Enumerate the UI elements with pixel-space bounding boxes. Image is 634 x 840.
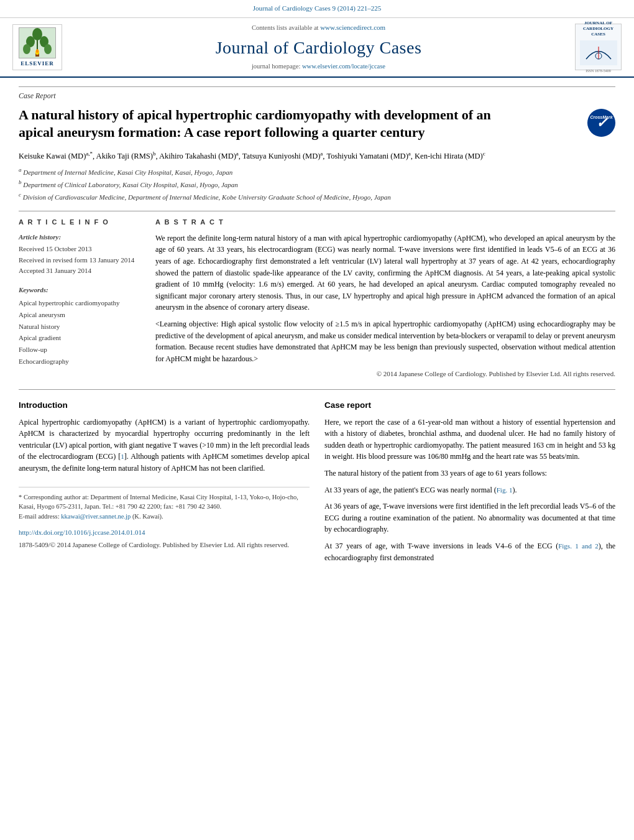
- footnote-star: * Corresponding author at: Department of…: [19, 492, 310, 512]
- authors-line: Keisuke Kawai (MD)a,*, Akiko Taji (RMS)b…: [19, 149, 615, 162]
- affiliations: a Department of Internal Medicine, Kasai…: [19, 166, 615, 202]
- case-report-para2: The natural history of the patient from …: [324, 468, 615, 479]
- case-report-column: Case report Here, we report the case of …: [324, 400, 615, 568]
- keyword-1: Apical hypertrophic cardiomyopathy: [19, 297, 143, 309]
- section-divider: [19, 389, 615, 390]
- elsevier-logo: ELSEVIER: [12, 24, 62, 71]
- page-header: ELSEVIER Contents lists available at www…: [0, 18, 634, 78]
- case-report-heading: Case report: [324, 400, 615, 412]
- learning-objective-text: <Learning objective: High apical systoli…: [155, 318, 615, 364]
- journal-title: Journal of Cardiology Cases: [62, 35, 575, 60]
- bottom-links: http://dx.doi.org/10.1016/j.jccase.2014.…: [19, 528, 310, 551]
- sciencedirect-line: Contents lists available at www.scienced…: [62, 23, 575, 33]
- elsevier-text: ELSEVIER: [21, 60, 54, 67]
- svg-point-5: [23, 44, 30, 54]
- received-date: Received 15 October 2013: [19, 244, 143, 255]
- article-info-heading: A R T I C L E I N F O: [19, 218, 143, 227]
- doi-link[interactable]: http://dx.doi.org/10.1016/j.jccase.2014.…: [19, 528, 310, 537]
- jcc-label-line1: JOURNAL OF: [583, 21, 613, 26]
- introduction-text: Apical hypertrophic cardiomyopathy (ApHC…: [19, 417, 310, 474]
- keyword-2: Apical aneurysm: [19, 309, 143, 321]
- article-history-label: Article history:: [19, 233, 143, 242]
- svg-point-6: [44, 44, 52, 54]
- footnote-email-link[interactable]: kkawai@river.sannet.ne.jp: [61, 513, 131, 520]
- elsevier-icon: [19, 27, 56, 58]
- affiliation-b: b Department of Clinical Laboratory, Kas…: [19, 178, 615, 190]
- affiliation-a: a Department of Internal Medicine, Kasai…: [19, 166, 615, 177]
- keyword-6: Echocardiography: [19, 356, 143, 367]
- svg-text:CrossMark: CrossMark: [590, 115, 613, 119]
- homepage-link[interactable]: www.elsevier.com/locate/jccase: [302, 63, 385, 70]
- journal-top-bar: Journal of Cardiology Cases 9 (2014) 221…: [0, 0, 634, 18]
- article-title: A natural history of apical hypertrophic…: [19, 106, 528, 142]
- footnote-email: E-mail address: kkawai@river.sannet.ne.j…: [19, 512, 310, 522]
- affiliation-c: c Division of Cardiovascular Medicine, D…: [19, 191, 615, 202]
- crossmark-badge: ✓ CrossMark: [587, 109, 615, 137]
- jcc-mini-logo: JOURNAL OF CARDIOLOGY CASES ISSN 1878-54…: [575, 24, 622, 70]
- header-center: Contents lists available at www.scienced…: [62, 23, 575, 72]
- keywords-label: Keywords:: [19, 285, 143, 295]
- case-report-para5: At 37 years of age, with T-wave inversio…: [324, 540, 615, 563]
- introduction-heading: Introduction: [19, 400, 310, 412]
- svg-point-9: [36, 49, 39, 53]
- issn-text: 1878-5409/© 2014 Japanese College of Car…: [19, 541, 289, 548]
- abstract-main-text: We report the definite long-term natural…: [155, 233, 615, 313]
- revised-date: Received in revised form 13 January 2014: [19, 255, 143, 266]
- case-report-para3: At 33 years of age, the patient's ECG wa…: [324, 484, 615, 496]
- article-info-column: A R T I C L E I N F O Article history: R…: [19, 218, 143, 379]
- abstract-heading: A B S T R A C T: [155, 218, 615, 227]
- homepage-line: journal homepage: www.elsevier.com/locat…: [62, 62, 575, 72]
- jcc-label-line2: CARDIOLOGY: [583, 26, 613, 32]
- sciencedirect-link[interactable]: www.sciencedirect.com: [320, 24, 385, 31]
- article-info-abstract-section: A R T I C L E I N F O Article history: R…: [19, 211, 615, 379]
- case-report-para1: Here, we report the case of a 61-year-ol…: [324, 417, 615, 463]
- title-row: A natural history of apical hypertrophic…: [19, 106, 615, 149]
- main-content: Case Report A natural history of apical …: [0, 78, 634, 577]
- case-report-para4: At 36 years of age, T-wave inversions we…: [324, 501, 615, 535]
- journal-volume-text: Journal of Cardiology Cases 9 (2014) 221…: [253, 4, 382, 12]
- keyword-5: Follow-up: [19, 344, 143, 356]
- introduction-column: Introduction Apical hypertrophic cardiom…: [19, 400, 310, 568]
- footnote-section: * Corresponding author at: Department of…: [19, 487, 310, 522]
- copyright-text: © 2014 Japanese College of Cardiology. P…: [155, 369, 615, 379]
- crossmark-icon: ✓ CrossMark: [587, 109, 615, 137]
- accepted-date: Accepted 31 January 2014: [19, 265, 143, 277]
- section-type-label: Case Report: [19, 86, 615, 101]
- body-content: Introduction Apical hypertrophic cardiom…: [19, 400, 615, 568]
- jcc-label-line3: CASES: [583, 32, 613, 37]
- keyword-3: Natural history: [19, 321, 143, 333]
- keyword-4: Apical gradient: [19, 332, 143, 344]
- abstract-column: A B S T R A C T We report the definite l…: [155, 218, 615, 379]
